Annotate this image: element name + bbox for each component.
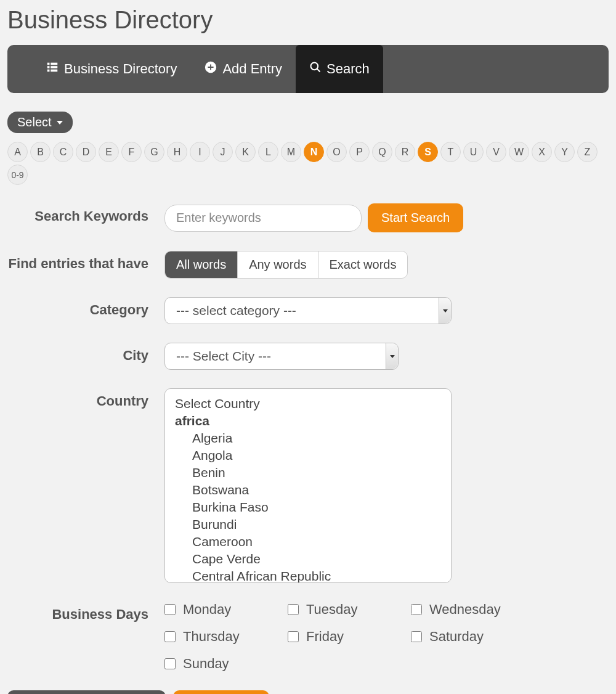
nav-label: Add Entry xyxy=(222,61,282,77)
country-option[interactable]: Botswana xyxy=(175,481,441,499)
country-option[interactable]: Burkina Faso xyxy=(175,499,441,516)
select-dropdown[interactable]: Select xyxy=(7,112,73,133)
list-icon xyxy=(46,60,59,78)
svg-rect-1 xyxy=(51,63,57,65)
day-checkbox[interactable] xyxy=(288,604,299,615)
alpha-c[interactable]: C xyxy=(53,142,73,162)
day-wednesday[interactable]: Wednesday xyxy=(411,602,534,618)
country-option[interactable]: Benin xyxy=(175,464,441,481)
day-label: Sunday xyxy=(183,656,229,672)
label-days: Business Days xyxy=(7,602,164,623)
navbar: Business Directory Add Entry Search xyxy=(7,45,609,93)
svg-rect-2 xyxy=(47,66,50,68)
seg-all-words[interactable]: All words xyxy=(165,251,238,278)
page-title: Business Directory xyxy=(7,6,609,34)
start-search-button-bottom[interactable]: Start Search xyxy=(173,690,269,694)
svg-rect-4 xyxy=(47,70,50,72)
alpha-d[interactable]: D xyxy=(76,142,96,162)
alpha-p[interactable]: P xyxy=(349,142,370,162)
day-checkbox[interactable] xyxy=(164,604,176,615)
plus-circle-icon xyxy=(204,60,217,78)
nav-add-entry[interactable]: Add Entry xyxy=(190,45,296,93)
svg-rect-5 xyxy=(51,70,57,72)
country-option[interactable]: Burundi xyxy=(175,516,441,533)
country-option[interactable]: Central African Republic xyxy=(175,568,441,583)
alpha-k[interactable]: K xyxy=(235,142,256,162)
day-label: Friday xyxy=(306,629,344,645)
alpha-t[interactable]: T xyxy=(440,142,461,162)
alpha-w[interactable]: W xyxy=(509,142,529,162)
label-category: Category xyxy=(7,297,164,318)
day-thursday[interactable]: Thursday xyxy=(164,629,288,645)
country-listbox[interactable]: Select CountryafricaAlgeriaAngolaBeninBo… xyxy=(164,388,452,583)
hide-search-parameters-button[interactable]: Hide search parameters xyxy=(7,690,166,694)
alpha-e[interactable]: E xyxy=(99,142,119,162)
day-label: Tuesday xyxy=(306,602,358,618)
alpha-o[interactable]: O xyxy=(326,142,347,162)
seg-exact-words[interactable]: Exact words xyxy=(318,251,408,278)
alpha-0-9[interactable]: 0-9 xyxy=(7,165,28,185)
country-option[interactable]: Cape Verde xyxy=(175,550,441,568)
seg-any-words[interactable]: Any words xyxy=(238,251,318,278)
day-checkbox[interactable] xyxy=(164,658,176,669)
alpha-r[interactable]: R xyxy=(395,142,415,162)
caret-down-icon xyxy=(443,309,448,312)
alpha-f[interactable]: F xyxy=(121,142,142,162)
country-option-prompt[interactable]: Select Country xyxy=(175,395,441,412)
day-monday[interactable]: Monday xyxy=(164,602,288,618)
alpha-l[interactable]: L xyxy=(258,142,278,162)
alpha-s[interactable]: S xyxy=(418,142,438,162)
category-select[interactable]: --- select category --- xyxy=(164,297,452,324)
country-option[interactable]: Algeria xyxy=(175,430,441,447)
alpha-i[interactable]: I xyxy=(190,142,210,162)
day-sunday[interactable]: Sunday xyxy=(164,656,288,672)
business-days-grid: MondayTuesdayWednesdayThursdayFridaySatu… xyxy=(164,602,534,672)
country-optgroup: africa xyxy=(175,412,441,430)
alpha-z[interactable]: Z xyxy=(577,142,598,162)
day-friday[interactable]: Friday xyxy=(288,629,411,645)
label-city: City xyxy=(7,343,164,364)
day-checkbox[interactable] xyxy=(411,631,422,642)
day-checkbox[interactable] xyxy=(164,631,176,642)
svg-rect-0 xyxy=(47,63,50,65)
day-checkbox[interactable] xyxy=(411,604,422,615)
day-checkbox[interactable] xyxy=(288,631,299,642)
day-tuesday[interactable]: Tuesday xyxy=(288,602,411,618)
alpha-n[interactable]: N xyxy=(304,142,324,162)
alpha-b[interactable]: B xyxy=(30,142,51,162)
country-option[interactable]: Angola xyxy=(175,447,441,464)
alpha-j[interactable]: J xyxy=(213,142,233,162)
alpha-x[interactable]: X xyxy=(532,142,552,162)
svg-line-7 xyxy=(317,69,320,72)
nav-label: Business Directory xyxy=(64,61,177,77)
alpha-y[interactable]: Y xyxy=(554,142,575,162)
match-mode-group: All words Any words Exact words xyxy=(164,251,408,279)
city-select[interactable]: --- Select City --- xyxy=(164,343,399,370)
city-value: --- Select City --- xyxy=(176,349,271,364)
label-find: Find entries that have xyxy=(7,251,164,272)
alpha-a[interactable]: A xyxy=(7,142,28,162)
alpha-u[interactable]: U xyxy=(463,142,484,162)
search-icon xyxy=(309,61,322,77)
dropdown-handle xyxy=(386,343,398,369)
alpha-index: ABCDEFGHIJKLMNOPQRSTUVWXYZ0-9 xyxy=(7,142,609,185)
alpha-m[interactable]: M xyxy=(281,142,301,162)
nav-business-directory[interactable]: Business Directory xyxy=(32,45,190,93)
search-keywords-input[interactable] xyxy=(164,205,362,232)
day-saturday[interactable]: Saturday xyxy=(411,629,534,645)
caret-down-icon xyxy=(57,121,63,125)
alpha-h[interactable]: H xyxy=(167,142,187,162)
nav-label: Search xyxy=(326,61,370,77)
dropdown-handle xyxy=(439,298,451,324)
alpha-q[interactable]: Q xyxy=(372,142,392,162)
day-label: Thursday xyxy=(183,629,240,645)
alpha-v[interactable]: V xyxy=(486,142,506,162)
day-label: Saturday xyxy=(429,629,484,645)
alpha-g[interactable]: G xyxy=(144,142,164,162)
start-search-button-top[interactable]: Start Search xyxy=(368,203,463,232)
select-label: Select xyxy=(17,115,52,129)
day-label: Wednesday xyxy=(429,602,501,618)
nav-search[interactable]: Search xyxy=(296,45,383,93)
category-value: --- select category --- xyxy=(176,303,296,318)
country-option[interactable]: Cameroon xyxy=(175,533,441,550)
